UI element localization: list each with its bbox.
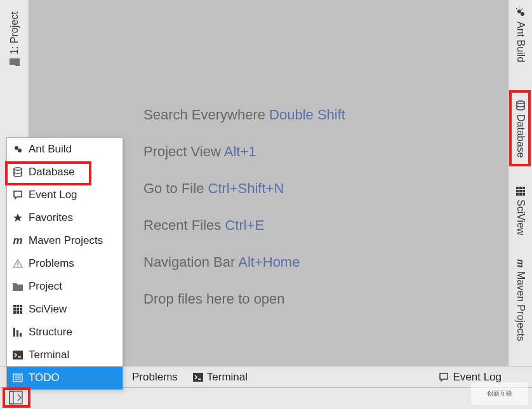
menu-item-favorites[interactable]: Favorites: [7, 206, 123, 229]
structure-icon: [12, 326, 23, 338]
tool-tab-project[interactable]: 1: Project: [0, 3, 29, 72]
svg-rect-25: [20, 311, 22, 314]
menu-item-sciview[interactable]: SciView: [7, 298, 123, 321]
svg-rect-22: [20, 308, 22, 311]
terminal-icon: [12, 349, 23, 361]
database-icon: [12, 166, 23, 178]
svg-rect-7: [519, 190, 522, 192]
menu-item-todo[interactable]: TODO: [7, 366, 123, 389]
tip-project-view: Project View Alt+1: [143, 144, 345, 160]
svg-rect-11: [522, 193, 525, 196]
tip-search-everywhere: Search Everywhere Double Shift: [143, 107, 345, 123]
menu-item-terminal[interactable]: Terminal: [7, 344, 123, 366]
svg-rect-15: [17, 262, 18, 265]
menu-item-ant-build[interactable]: Ant Build: [7, 138, 123, 161]
svg-rect-20: [13, 308, 16, 311]
menu-item-database[interactable]: Database: [7, 161, 123, 184]
tab-label: Ant Build: [515, 22, 526, 62]
watermark: 创新互联: [471, 382, 528, 405]
svg-point-12: [15, 146, 18, 150]
tab-label: Maven Projects: [515, 271, 526, 341]
svg-rect-6: [516, 190, 519, 192]
svg-rect-24: [17, 311, 19, 314]
svg-rect-10: [519, 193, 522, 196]
maven-icon: m: [515, 259, 526, 267]
welcome-tips: Search Everywhere Double Shift Project V…: [143, 107, 345, 328]
tool-tab-maven[interactable]: m Maven Projects: [509, 254, 532, 347]
bottom-tab-problems[interactable]: Problems: [124, 366, 185, 387]
warning-icon: [12, 258, 23, 269]
svg-point-1: [521, 12, 524, 16]
menu-item-structure[interactable]: Structure: [7, 321, 123, 344]
svg-point-2: [517, 101, 524, 104]
tool-tab-sciview[interactable]: SciView: [509, 182, 532, 241]
tip-goto-file: Go to File Ctrl+Shift+N: [143, 180, 345, 197]
status-bar: [0, 387, 532, 409]
folder-icon: [10, 58, 20, 67]
terminal-icon: [193, 373, 203, 382]
svg-rect-3: [516, 187, 519, 189]
svg-rect-17: [13, 305, 16, 307]
bottom-tab-terminal[interactable]: Terminal: [185, 366, 255, 387]
ant-icon: [515, 8, 526, 18]
tool-tab-ant-build[interactable]: Ant Build: [509, 3, 532, 67]
menu-item-project[interactable]: Project: [7, 275, 123, 298]
svg-rect-19: [20, 305, 22, 307]
svg-rect-27: [17, 330, 18, 337]
right-tool-sidebar: Ant Build Database SciView m Maven Proje…: [508, 0, 532, 366]
grid-icon: [12, 304, 23, 315]
folder-icon: [12, 281, 23, 292]
svg-rect-23: [13, 311, 16, 314]
menu-item-maven[interactable]: m Maven Projects: [7, 229, 123, 252]
ant-icon: [12, 144, 23, 155]
svg-rect-28: [20, 333, 22, 337]
tip-navigation-bar: Navigation Bar Alt+Home: [143, 254, 345, 271]
tip-drop-files: Drop files here to open: [143, 291, 345, 307]
tab-label: SciView: [515, 199, 526, 236]
database-icon: [515, 100, 526, 111]
svg-rect-16: [17, 265, 18, 267]
tip-recent-files: Recent Files Ctrl+E: [143, 217, 345, 234]
speech-bubble-icon: [439, 372, 449, 382]
svg-rect-18: [17, 305, 19, 307]
svg-rect-31: [193, 373, 203, 382]
svg-point-0: [517, 10, 521, 13]
svg-point-13: [18, 149, 22, 152]
grid-icon: [516, 187, 525, 196]
tool-windows-popup: Ant Build Database Event Log Favorites m…: [6, 137, 123, 390]
svg-rect-26: [13, 328, 15, 337]
svg-rect-33: [10, 391, 13, 404]
tool-tab-database[interactable]: Database: [509, 95, 532, 163]
tab-label: Database: [515, 114, 526, 158]
svg-point-14: [14, 168, 22, 170]
tool-windows-toggle-button[interactable]: [9, 391, 25, 407]
svg-rect-4: [519, 187, 522, 189]
maven-icon: m: [12, 235, 23, 246]
svg-rect-8: [522, 190, 525, 192]
svg-rect-29: [13, 351, 23, 359]
todo-icon: [12, 372, 23, 384]
bottom-tab-event-log[interactable]: Event Log: [439, 371, 502, 384]
tab-label: 1: Project: [9, 11, 20, 55]
menu-item-problems[interactable]: Problems: [7, 252, 123, 275]
svg-rect-5: [522, 187, 525, 189]
svg-rect-9: [516, 193, 519, 196]
star-icon: [12, 212, 23, 224]
menu-item-event-log[interactable]: Event Log: [7, 184, 123, 206]
svg-rect-21: [17, 308, 19, 311]
speech-bubble-icon: [12, 189, 23, 201]
